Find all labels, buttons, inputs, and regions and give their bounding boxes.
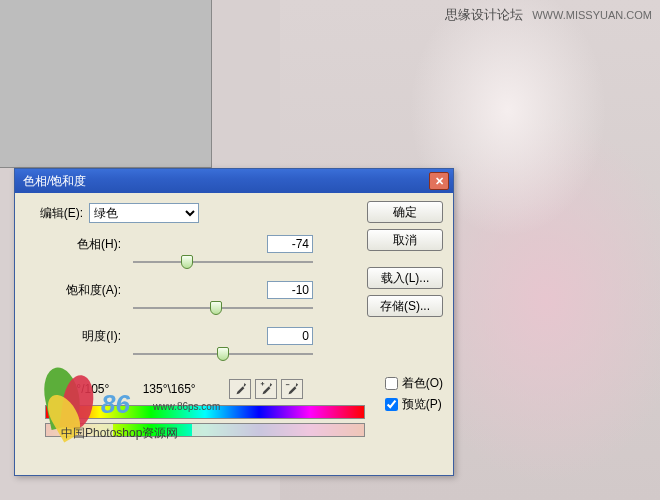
ok-button[interactable]: 确定 xyxy=(367,201,443,223)
range-right: 135°\165° xyxy=(143,382,196,396)
saturation-value[interactable] xyxy=(267,281,313,299)
eyedropper-button[interactable] xyxy=(229,379,251,399)
watermark-en: WWW.MISSYUAN.COM xyxy=(532,9,652,21)
hue-thumb[interactable] xyxy=(181,255,193,269)
range-row: 75°/105° 135°\165° xyxy=(63,379,303,399)
hue-slider[interactable] xyxy=(133,255,313,269)
close-icon: ✕ xyxy=(435,175,444,188)
saturation-slider[interactable] xyxy=(133,301,313,315)
eyedroppers xyxy=(229,379,303,399)
hue-row: 色相(H): xyxy=(63,235,313,253)
colorize-label: 着色(O) xyxy=(402,375,443,392)
eyedropper-plus-icon xyxy=(259,382,273,396)
lightness-label: 明度(I): xyxy=(63,328,127,345)
page-watermark: 思缘设计论坛 WWW.MISSYUAN.COM xyxy=(445,6,652,24)
save-button[interactable]: 存储(S)... xyxy=(367,295,443,317)
hue-spectrum-selected[interactable] xyxy=(45,423,365,437)
dialog-checks: 着色(O) 预览(P) xyxy=(385,375,443,413)
hue-mask-right xyxy=(192,424,364,436)
lightness-slider[interactable] xyxy=(133,347,313,361)
colorize-checkbox[interactable] xyxy=(385,377,398,390)
hue-mask-left xyxy=(46,424,113,436)
hue-value[interactable] xyxy=(267,235,313,253)
lightness-thumb[interactable] xyxy=(217,347,229,361)
close-button[interactable]: ✕ xyxy=(429,172,449,190)
load-button[interactable]: 载入(L)... xyxy=(367,267,443,289)
colorize-check-row[interactable]: 着色(O) xyxy=(385,375,443,392)
eyedropper-sub-button[interactable] xyxy=(281,379,303,399)
lightness-row: 明度(I): xyxy=(63,327,313,345)
dialog-body: 编辑(E): 绿色 色相(H): 饱和度(A): 明度(I): xyxy=(15,193,453,475)
saturation-label: 饱和度(A): xyxy=(63,282,127,299)
eyedropper-minus-icon xyxy=(285,382,299,396)
saturation-row: 饱和度(A): xyxy=(63,281,313,299)
sliders: 色相(H): 饱和度(A): 明度(I): xyxy=(63,235,313,361)
canvas-edge xyxy=(0,0,212,168)
preview-label: 预览(P) xyxy=(402,396,442,413)
range-left: 75°/105° xyxy=(63,382,109,396)
saturation-thumb[interactable] xyxy=(210,301,222,315)
dialog-buttons: 确定 取消 载入(L)... 存储(S)... xyxy=(367,201,443,317)
preview-checkbox[interactable] xyxy=(385,398,398,411)
edit-select[interactable]: 绿色 xyxy=(89,203,199,223)
eyedropper-add-button[interactable] xyxy=(255,379,277,399)
hue-spectrum-full[interactable] xyxy=(45,405,365,419)
watermark-cn: 思缘设计论坛 xyxy=(445,7,523,22)
edit-label: 编辑(E): xyxy=(27,205,83,222)
preview-check-row[interactable]: 预览(P) xyxy=(385,396,443,413)
dialog-title: 色相/饱和度 xyxy=(23,173,429,190)
hue-saturation-dialog: 色相/饱和度 ✕ 编辑(E): 绿色 色相(H): 饱和度(A): xyxy=(14,168,454,476)
dialog-titlebar[interactable]: 色相/饱和度 ✕ xyxy=(15,169,453,193)
eyedropper-icon xyxy=(233,382,247,396)
cancel-button[interactable]: 取消 xyxy=(367,229,443,251)
hue-label: 色相(H): xyxy=(63,236,127,253)
lightness-value[interactable] xyxy=(267,327,313,345)
